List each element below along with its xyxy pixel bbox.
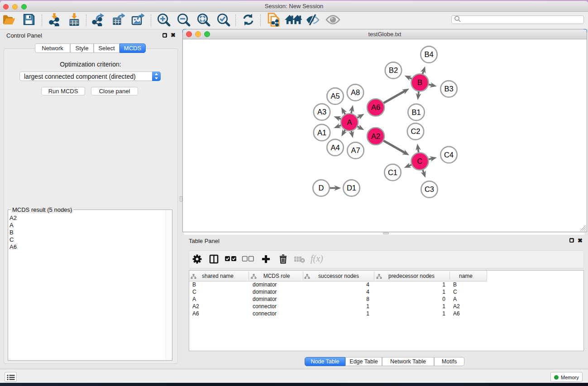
svg-text:C4: C4 — [444, 151, 454, 159]
svg-text:C1: C1 — [388, 168, 397, 176]
svg-text:B: B — [417, 78, 422, 86]
svg-text:A2: A2 — [371, 132, 380, 140]
svg-text:A: A — [347, 118, 352, 126]
svg-text:A6: A6 — [371, 103, 380, 111]
svg-text:B1: B1 — [411, 108, 421, 116]
svg-text:A5: A5 — [330, 92, 339, 100]
svg-text:A1: A1 — [317, 129, 326, 137]
svg-text:B4: B4 — [424, 50, 433, 58]
svg-text:B3: B3 — [444, 85, 453, 93]
svg-text:C3: C3 — [425, 185, 434, 193]
svg-text:A3: A3 — [317, 108, 326, 116]
svg-text:B2: B2 — [389, 66, 398, 74]
svg-text:A8: A8 — [351, 88, 360, 96]
svg-text:C: C — [417, 157, 423, 165]
svg-text:A4: A4 — [330, 143, 339, 152]
svg-text:D1: D1 — [347, 184, 356, 192]
svg-text:D: D — [319, 184, 324, 192]
svg-text:A7: A7 — [351, 146, 360, 154]
svg-text:C2: C2 — [411, 127, 420, 135]
